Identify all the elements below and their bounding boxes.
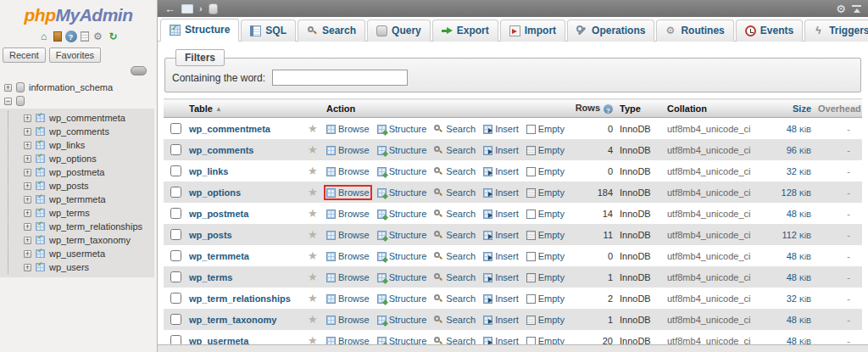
insert-action-link[interactable]: Insert — [483, 187, 519, 198]
expand-icon[interactable]: + — [24, 237, 31, 244]
search-action-link[interactable]: Search — [434, 336, 476, 345]
row-checkbox[interactable] — [170, 335, 181, 344]
favorite-star-icon[interactable] — [308, 207, 318, 220]
empty-action-link[interactable]: Empty — [526, 293, 565, 304]
table-name[interactable]: wp_term_taxonomy — [49, 235, 131, 245]
table-name[interactable]: wp_usermeta — [49, 249, 105, 259]
expand-icon[interactable]: + — [24, 142, 31, 149]
table-name-link[interactable]: wp_term_taxonomy — [189, 315, 276, 325]
insert-action-link[interactable]: Insert — [483, 145, 519, 155]
structure-action-link[interactable]: Structure — [377, 209, 427, 219]
empty-action-link[interactable]: Empty — [526, 209, 565, 219]
tree-node-table[interactable]: + wp_termmeta — [19, 193, 154, 206]
browse-action-link-highlighted[interactable]: Browse — [326, 187, 370, 198]
empty-action-link[interactable]: Empty — [526, 166, 565, 176]
expand-icon[interactable]: + — [24, 169, 31, 176]
tree-node-information-schema[interactable]: + information_schema — [0, 81, 157, 94]
nav-panel-handle[interactable] — [131, 66, 147, 75]
empty-action-link[interactable]: Empty — [526, 336, 565, 345]
home-icon[interactable] — [38, 31, 50, 42]
structure-action-link[interactable]: Structure — [377, 145, 427, 155]
insert-action-link[interactable]: Insert — [483, 209, 519, 219]
browse-action-link[interactable]: Browse — [326, 315, 370, 325]
table-name-link[interactable]: wp_usermeta — [189, 336, 248, 345]
tab-query[interactable]: Query — [367, 20, 431, 42]
refresh-icon[interactable] — [108, 31, 120, 42]
tree-node-table[interactable]: + wp_term_relationships — [19, 220, 154, 233]
structure-action-link[interactable]: Structure — [377, 230, 427, 240]
row-checkbox[interactable] — [170, 229, 181, 240]
empty-action-link[interactable]: Empty — [526, 272, 565, 282]
row-checkbox[interactable] — [170, 144, 181, 155]
tree-node-table[interactable]: + wp_posts — [19, 179, 154, 193]
tree-node-current-database[interactable]: − — [0, 94, 157, 108]
collapse-icon[interactable] — [852, 4, 861, 14]
insert-action-link[interactable]: Insert — [483, 230, 519, 240]
docs-icon[interactable] — [81, 31, 89, 42]
favorite-star-icon[interactable] — [308, 271, 318, 283]
search-action-link[interactable]: Search — [434, 230, 476, 240]
row-checkbox[interactable] — [170, 187, 181, 198]
expand-icon[interactable]: + — [4, 84, 12, 92]
table-name[interactable]: wp_options — [49, 154, 97, 164]
search-action-link[interactable]: Search — [434, 315, 476, 325]
table-name-link[interactable]: wp_comments — [189, 145, 253, 155]
browse-action-link[interactable]: Browse — [326, 251, 370, 261]
empty-action-link[interactable]: Empty — [526, 145, 565, 155]
row-checkbox[interactable] — [170, 271, 181, 282]
help-icon[interactable] — [604, 104, 613, 114]
table-name[interactable]: wp_postmeta — [49, 167, 104, 177]
recent-tab[interactable]: Recent — [3, 47, 46, 63]
table-name-link[interactable]: wp_options — [189, 187, 241, 198]
browse-action-link[interactable]: Browse — [326, 124, 370, 134]
insert-action-link[interactable]: Insert — [483, 293, 519, 304]
favorite-star-icon[interactable] — [308, 313, 318, 326]
favorite-star-icon[interactable] — [308, 334, 318, 344]
row-checkbox[interactable] — [170, 250, 181, 261]
structure-action-link[interactable]: Structure — [377, 187, 427, 198]
expand-icon[interactable]: + — [24, 196, 31, 204]
row-checkbox[interactable] — [170, 208, 181, 219]
tab-export[interactable]: Export — [432, 20, 498, 42]
filter-input[interactable] — [272, 70, 408, 86]
database-name[interactable]: information_schema — [29, 82, 113, 92]
table-name[interactable]: wp_users — [49, 262, 89, 272]
structure-action-link[interactable]: Structure — [377, 315, 427, 325]
tree-node-table[interactable]: + wp_options — [19, 152, 154, 165]
table-name-link[interactable]: wp_terms — [189, 272, 232, 282]
table-name-link[interactable]: wp_postmeta — [189, 209, 248, 219]
tab-import[interactable]: Import — [500, 20, 565, 42]
expand-icon[interactable]: + — [24, 128, 31, 136]
browse-action-link[interactable]: Browse — [326, 293, 370, 304]
insert-action-link[interactable]: Insert — [483, 315, 519, 325]
structure-action-link[interactable]: Structure — [377, 293, 427, 304]
browse-action-link[interactable]: Browse — [326, 166, 370, 176]
empty-action-link[interactable]: Empty — [526, 187, 565, 198]
table-name-link[interactable]: wp_posts — [189, 230, 232, 240]
favorite-star-icon[interactable] — [308, 143, 318, 156]
favorite-star-icon[interactable] — [308, 165, 318, 177]
tab-routines[interactable]: Routines — [656, 20, 733, 42]
table-name[interactable]: wp_comments — [49, 126, 109, 137]
favorite-star-icon[interactable] — [308, 228, 318, 241]
empty-action-link[interactable]: Empty — [526, 315, 565, 325]
favorite-star-icon[interactable] — [308, 122, 318, 135]
header-rows[interactable]: Rows — [570, 99, 616, 118]
browse-action-link[interactable]: Browse — [326, 336, 370, 345]
settings-icon2[interactable] — [92, 31, 104, 42]
search-action-link[interactable]: Search — [434, 293, 476, 304]
row-checkbox[interactable] — [170, 123, 181, 134]
help-icon2[interactable] — [65, 31, 77, 42]
insert-action-link[interactable]: Insert — [483, 336, 519, 345]
row-checkbox[interactable] — [170, 293, 181, 304]
favorite-star-icon[interactable] — [308, 186, 318, 198]
structure-action-link[interactable]: Structure — [377, 124, 427, 134]
table-name[interactable]: wp_terms — [49, 208, 90, 218]
structure-action-link[interactable]: Structure — [377, 336, 427, 345]
search-action-link[interactable]: Search — [434, 272, 476, 282]
row-checkbox[interactable] — [170, 314, 181, 325]
settings-icon[interactable]: ⚙ — [836, 3, 846, 14]
tab-structure[interactable]: Structure — [160, 19, 239, 42]
insert-action-link[interactable]: Insert — [483, 166, 519, 176]
browse-action-link[interactable]: Browse — [326, 145, 370, 155]
